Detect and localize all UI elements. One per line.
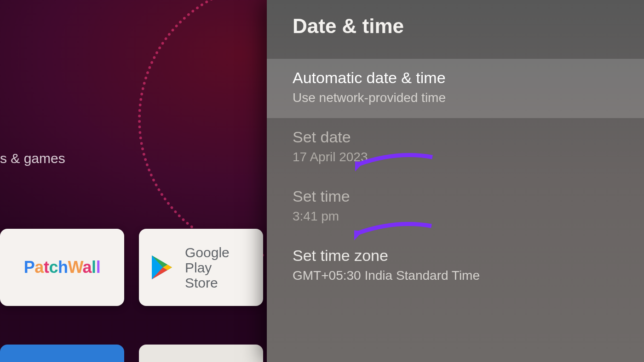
- home-background: s & games PatchWall Google Play: [0, 0, 267, 362]
- row-sub: GMT+05:30 India Standard Time: [293, 268, 618, 283]
- screen: s & games PatchWall Google Play: [0, 0, 644, 362]
- row-automatic-date-time[interactable]: Automatic date & time Use network-provid…: [267, 59, 644, 118]
- row-title: Automatic date & time: [293, 69, 618, 87]
- google-play-label: Google Play Store: [185, 245, 255, 290]
- settings-panel: Date & time Automatic date & time Use ne…: [267, 0, 644, 362]
- row-sub: 3:41 pm: [293, 209, 618, 224]
- row-title: Set date: [293, 128, 618, 146]
- row-title: Set time zone: [293, 247, 618, 265]
- row-title: Set time: [293, 187, 618, 205]
- panel-title: Date & time: [293, 15, 618, 38]
- app-tiles-row: PatchWall Google Play Store: [0, 229, 263, 306]
- app-tile-google-play-store[interactable]: Google Play Store: [139, 229, 263, 306]
- app-tile-patchwall[interactable]: PatchWall: [0, 229, 124, 306]
- apps-section-heading: s & games: [0, 151, 65, 166]
- decorative-dotted-arc: [138, 0, 267, 257]
- row-set-time-zone[interactable]: Set time zone GMT+05:30 India Standard T…: [267, 237, 644, 296]
- app-tiles-row-2: [0, 345, 263, 362]
- row-set-time[interactable]: Set time 3:41 pm: [267, 177, 644, 237]
- row-set-date[interactable]: Set date 17 April 2023: [267, 118, 644, 177]
- patchwall-label: PatchWall: [24, 258, 100, 277]
- row-sub: 17 April 2023: [293, 150, 618, 164]
- panel-header: Date & time: [267, 0, 644, 59]
- app-tile-stub-2[interactable]: [139, 345, 263, 362]
- google-play-icon: [147, 253, 177, 282]
- app-tile-stub-1[interactable]: [0, 345, 124, 362]
- row-sub: Use network-provided time: [293, 90, 618, 105]
